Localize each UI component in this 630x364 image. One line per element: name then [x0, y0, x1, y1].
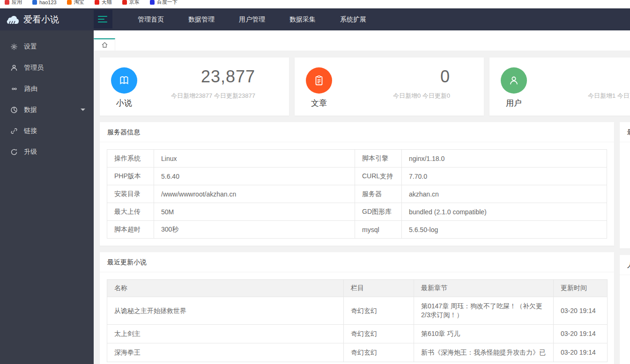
sidebar-item-routes[interactable]: 路由	[0, 78, 94, 99]
server-info-panel: 服务器信息 操作系统 Linux 脚本引擎 nginx/1.18.0 PHP版本…	[100, 122, 614, 246]
table-row: 最大上传 50M GD图形库 bundled (2.1.0 compatible…	[107, 203, 607, 221]
table-row: 脚本超时 300秒 mysql 5.6.50-log	[107, 221, 607, 239]
novel-latest-chapter: 第610章 巧儿	[414, 325, 554, 343]
recent-novels-panel: 最近更新小说 名称 栏目 最新章节 更新时间 从诡秘之主开始拯救世界 奇幻玄幻 …	[100, 252, 614, 364]
server-value: 5.6.40	[154, 167, 355, 185]
stat-cards-row: 小说 23,877 今日新增23877 今日更新23877 文章 0 今日新增0…	[100, 58, 630, 116]
table-row: 太上剑主 奇幻玄幻 第610章 巧儿 03-20 19:14	[107, 325, 608, 343]
server-value: /www/wwwroot/akzhan.cn	[154, 185, 355, 203]
sidebar-item-links[interactable]: 链接	[0, 120, 94, 141]
column-header-chapter: 最新章节	[414, 280, 554, 297]
chevron-down-icon	[81, 109, 85, 111]
stat-card-value: 23,877	[201, 68, 255, 86]
stat-card-users: 用户 2 今日新增1 今日更新1	[489, 58, 630, 116]
server-key: 脚本超时	[107, 221, 154, 239]
browser-bookmarks-bar: 应用 hao123 淘宝 天猫 京东 百度一下	[0, 0, 630, 8]
server-key: mysql	[355, 221, 402, 239]
sidebar-item-label: 升级	[24, 148, 37, 156]
table-row: 安装目录 /www/wwwroot/akzhan.cn 服务器 akzhan.c…	[107, 185, 607, 203]
gear-icon	[10, 43, 18, 51]
column-header-category: 栏目	[344, 280, 414, 297]
nav-item-admin-home[interactable]: 管理首页	[126, 8, 176, 30]
novel-category: 奇幻玄幻	[344, 297, 414, 325]
column-header-time: 更新时间	[554, 280, 608, 297]
novel-name[interactable]: 深海拳王	[107, 343, 344, 362]
stat-card-label: 文章	[311, 98, 327, 109]
nav-item-user-manage[interactable]: 用户管理	[227, 8, 277, 30]
bookmark-favicon	[95, 0, 99, 5]
bookmark-label: hao123	[39, 0, 57, 5]
nav-item-data-collect[interactable]: 数据采集	[277, 8, 328, 30]
novel-name[interactable]: 太上剑主	[107, 325, 344, 343]
sidebar-item-upgrade[interactable]: 升级	[0, 141, 94, 162]
main-content: 小说 23,877 今日新增23877 今日更新23877 文章 0 今日新增0…	[94, 51, 630, 364]
bookmark-label: 天猫	[102, 0, 112, 6]
sidebar-item-settings[interactable]: 设置	[0, 36, 94, 57]
sidebar-item-label: 路由	[24, 85, 37, 93]
panel-title: 人	[620, 255, 630, 275]
server-key: PHP版本	[107, 167, 154, 185]
bookmark-label: 淘宝	[74, 0, 84, 6]
novel-latest-chapter: 第0147章 周珏：狗改不了吃屎！（补欠更2/3求订阅！）	[414, 297, 554, 325]
nav-item-data-manage[interactable]: 数据管理	[176, 8, 227, 30]
server-key: GD图形库	[355, 203, 402, 221]
bookmark-favicon	[122, 0, 127, 5]
tab-home[interactable]	[94, 38, 115, 51]
bookmark-item[interactable]: 应用	[5, 0, 22, 5]
panel-title: 最近更新小说	[100, 252, 614, 272]
stat-card-label: 小说	[116, 98, 132, 109]
right-panel-bottom-clipped: 人	[620, 255, 630, 364]
bookmark-favicon	[32, 0, 37, 5]
bookmark-item[interactable]: 京东	[122, 0, 140, 5]
novel-latest-chapter: 新书《深海炮王：我杀怪能提升攻击力》已	[414, 343, 554, 362]
panel-title: 服务器信息	[100, 122, 614, 142]
nav-item-system-extend[interactable]: 系统扩展	[328, 8, 378, 30]
sidebar: 设置 管理员 路由 数据 链接 升级	[0, 30, 94, 364]
table-row: 操作系统 Linux 脚本引擎 nginx/1.18.0	[107, 150, 607, 167]
recent-novels-table: 名称 栏目 最新章节 更新时间 从诡秘之主开始拯救世界 奇幻玄幻 第0147章 …	[107, 279, 608, 362]
bookmark-label: 应用	[12, 0, 22, 6]
bookmark-item[interactable]: 天猫	[95, 0, 112, 5]
data-chart-icon	[10, 106, 18, 114]
server-key: 操作系统	[107, 150, 154, 167]
sidebar-item-label: 管理员	[24, 64, 44, 72]
table-row: PHP版本 5.6.40 CURL支持 7.70.0	[107, 167, 607, 185]
stat-card-label: 用户	[506, 98, 522, 109]
table-row: 深海拳王 奇幻玄幻 新书《深海炮王：我杀怪能提升攻击力》已 03-20 19:1…	[107, 343, 608, 362]
server-key: 脚本引擎	[355, 150, 402, 167]
user-icon	[501, 67, 527, 94]
table-header-row: 名称 栏目 最新章节 更新时间	[107, 280, 608, 297]
sidebar-item-data[interactable]: 数据	[0, 99, 94, 120]
novel-category: 奇幻玄幻	[344, 343, 414, 362]
table-row: 从诡秘之主开始拯救世界 奇幻玄幻 第0147章 周珏：狗改不了吃屎！（补欠更2/…	[107, 297, 608, 325]
bookmark-label: 百度一下	[157, 0, 178, 6]
sidebar-item-label: 链接	[24, 127, 37, 135]
link-icon	[10, 127, 18, 135]
novel-name[interactable]: 从诡秘之主开始拯救世界	[107, 297, 344, 325]
stat-card-articles: 文章 0 今日新增0 今日更新0	[295, 58, 484, 116]
novel-update-time: 03-20 19:14	[554, 343, 608, 362]
sidebar-toggle-button[interactable]	[94, 10, 112, 29]
server-key: 服务器	[355, 185, 402, 203]
upgrade-icon	[10, 148, 18, 156]
app-logo: 爱看小说	[0, 8, 94, 30]
novel-update-time: 03-20 19:14	[554, 325, 608, 343]
bookmark-item[interactable]: 百度一下	[150, 0, 178, 5]
bookmark-item[interactable]: 淘宝	[67, 0, 84, 5]
server-value: bundled (2.1.0 compatible)	[402, 203, 607, 221]
app-header: 爱看小说 管理首页 数据管理 用户管理 数据采集 系统扩展	[0, 8, 630, 30]
server-key: 安装目录	[107, 185, 154, 203]
stat-card-subtitle: 今日新增1 今日更新1	[588, 92, 630, 100]
admin-user-icon	[10, 64, 18, 72]
bookmark-favicon	[150, 0, 155, 5]
home-icon	[101, 42, 108, 48]
tab-bar	[94, 30, 630, 51]
bookmark-item[interactable]: hao123	[32, 0, 57, 5]
panel-title: 最	[620, 122, 630, 142]
server-value: 5.6.50-log	[402, 221, 607, 239]
stat-card-subtitle: 今日新增23877 今日更新23877	[171, 92, 255, 100]
article-icon	[306, 67, 332, 94]
cloud-logo-icon	[6, 14, 20, 26]
sidebar-item-admins[interactable]: 管理员	[0, 57, 94, 78]
server-value: Linux	[154, 150, 355, 167]
